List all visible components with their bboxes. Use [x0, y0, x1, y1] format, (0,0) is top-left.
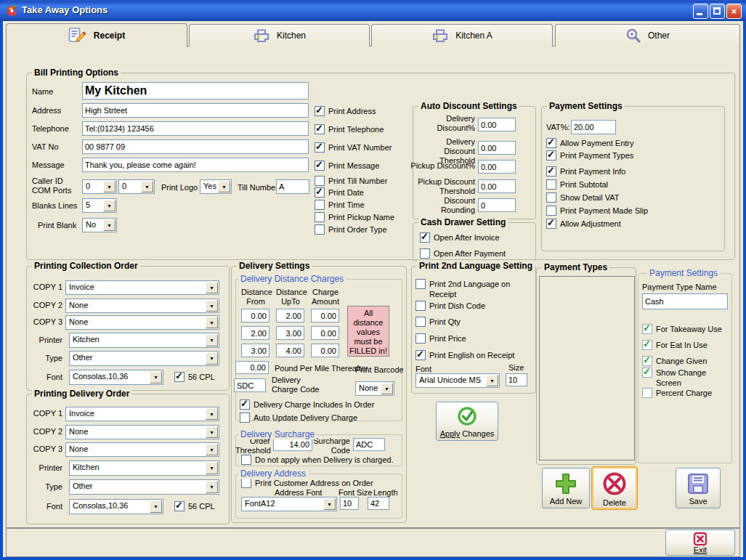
tab-kitchen-a[interactable]: Kitchen A [371, 24, 553, 46]
collection-type-select[interactable]: Other▼ [69, 351, 219, 366]
till-number-input[interactable] [276, 179, 309, 194]
delivery-charge-includes-checkbox[interactable]: Delivery Charge Includes In Order [240, 399, 374, 410]
print-address-checkbox[interactable]: Print Address [315, 106, 376, 116]
print-qty-checkbox[interactable]: Print Qty [415, 317, 461, 327]
print-till-number-checkbox[interactable]: Print Till Number [315, 176, 387, 186]
show-detail-vat-checkbox[interactable]: Show Detail VAT [546, 192, 620, 203]
change-given-checkbox[interactable]: Change Given [642, 356, 707, 366]
com-port-1-select[interactable]: 0▼ [82, 179, 117, 194]
tab-receipt[interactable]: Receipt [6, 23, 187, 47]
lang-size-input[interactable] [506, 373, 527, 386]
name-input[interactable] [82, 82, 309, 100]
print-logo-select[interactable]: Yes▼ [200, 179, 232, 194]
vat-percent-input[interactable] [571, 120, 616, 134]
print-order-type-checkbox[interactable]: Print Order Type [315, 224, 387, 235]
print-dish-code-checkbox[interactable]: Print Dish Code [415, 301, 485, 311]
collection-copy2-select[interactable]: None▼ [65, 299, 219, 313]
print-price-checkbox[interactable]: Print Price [415, 333, 466, 344]
print-blank-select[interactable]: No▼ [82, 218, 117, 232]
delorder-56cpl-checkbox[interactable]: 56 CPL [174, 501, 215, 511]
charge-amount-1-input[interactable] [311, 309, 339, 322]
collection-font-select[interactable]: Consolas,10,36▼ [69, 370, 163, 385]
allow-payment-entry-checkbox[interactable]: Allow Payment Entry [546, 138, 633, 148]
delorder-copy2-select[interactable]: None▼ [65, 425, 219, 439]
print-payment-made-slip-checkbox[interactable]: Print Payment Made Slip [546, 206, 648, 216]
dropdown-arrow-icon: ▼ [103, 181, 115, 192]
pickup-discount-threshold-label: Pickup Discount Thershold [414, 177, 475, 196]
delivery-charge-code-input[interactable] [234, 378, 266, 392]
print-date-checkbox[interactable]: Print Date [315, 187, 364, 198]
auto-update-delivery-charge-checkbox[interactable]: Auto Update Delivery Charge [240, 413, 357, 423]
order-threshold-input[interactable] [273, 438, 312, 451]
charge-amount-2-input[interactable] [311, 326, 339, 340]
charge-amount-3-input[interactable] [311, 344, 339, 357]
tab-other[interactable]: Other [555, 24, 740, 46]
distance-upto-2-input[interactable] [276, 326, 304, 340]
collection-copy1-select[interactable]: Invoice▼ [65, 280, 219, 295]
minimize-button[interactable] [693, 4, 708, 19]
address-length-input[interactable] [368, 497, 389, 510]
delorder-printer-select[interactable]: Kitchen▼ [69, 460, 219, 476]
for-takeaway-use-checkbox[interactable]: For Takeaway Use [642, 324, 722, 334]
apply-changes-button[interactable]: Apply Changes [436, 402, 498, 441]
add-new-button[interactable]: Add New [542, 468, 590, 508]
delorder-copy3-select[interactable]: None▼ [65, 442, 219, 457]
distance-from-3-input[interactable] [241, 344, 269, 357]
message-input[interactable] [82, 158, 309, 172]
dropdown-arrow-icon: ▼ [150, 500, 162, 513]
payment-type-name-input[interactable] [642, 293, 728, 309]
print-english-checkbox[interactable]: Print English on Receipt [415, 350, 514, 360]
delorder-font-select[interactable]: Consolas,10,36▼ [69, 499, 163, 514]
vat-no-input[interactable] [82, 139, 309, 154]
delete-button[interactable]: Delete [591, 466, 638, 510]
address-font-select[interactable]: FontA12▼ [241, 497, 337, 511]
collection-copy3-select[interactable]: None▼ [65, 315, 219, 330]
close-button[interactable]: × [726, 4, 742, 19]
delorder-copy1-select[interactable]: Invoice▼ [65, 407, 219, 421]
blanks-lines-select[interactable]: 5▼ [82, 198, 117, 213]
discount-rounding-input[interactable] [478, 198, 516, 212]
percent-charge-checkbox[interactable]: Percent Charge [642, 388, 712, 398]
print-time-checkbox[interactable]: Print Time [315, 200, 365, 210]
collection-printer-select[interactable]: Kitchen▼ [69, 333, 219, 348]
title-bar: Take Away Options × [0, 0, 746, 21]
lang-font-select[interactable]: Arial Unicode MS▼ [415, 373, 500, 388]
print-2nd-language-checkbox[interactable]: Print 2nd Language on Receipt [415, 279, 524, 299]
distance-from-1-input[interactable] [241, 309, 269, 322]
save-button[interactable]: Save [676, 468, 721, 508]
pickup-discount-label: Pickup Discount% [407, 161, 475, 171]
pound-per-mile-input[interactable] [235, 361, 269, 374]
pickup-discount-threshold-input[interactable] [478, 179, 516, 193]
print-telephone-checkbox[interactable]: Print Telephone [315, 124, 384, 134]
delivery-discount-threshold-input[interactable] [478, 141, 516, 155]
surcharge-code-input[interactable] [353, 438, 385, 451]
delivery-discount-input[interactable] [478, 118, 516, 131]
print-message-checkbox[interactable]: Print Message [315, 161, 379, 171]
distance-upto-3-input[interactable] [276, 344, 304, 357]
exit-button[interactable]: Exit [665, 529, 735, 556]
maximize-button[interactable] [710, 4, 725, 19]
do-not-apply-checkbox[interactable]: Do not apply when Delivery is charged. [241, 455, 394, 465]
tab-kitchen[interactable]: Kitchen [189, 24, 370, 46]
print-payment-info-checkbox[interactable]: Print Payment Info [546, 166, 626, 176]
print-payment-types-checkbox[interactable]: Print Payment Types [546, 150, 633, 161]
delorder-type-select[interactable]: Other▼ [69, 479, 219, 495]
open-after-invoice-checkbox[interactable]: Open After Invoice [420, 232, 500, 243]
distance-upto-1-input[interactable] [276, 309, 304, 322]
address-input[interactable] [82, 103, 309, 118]
print-vat-number-checkbox[interactable]: Print VAT Number [315, 142, 392, 153]
com-port-2-select[interactable]: 0▼ [118, 179, 155, 194]
show-change-screen-checkbox[interactable]: Show Change Screen [642, 368, 722, 388]
print-subtotal-checkbox[interactable]: Print Subtotal [546, 179, 608, 190]
for-eat-in-use-checkbox[interactable]: For Eat In Use [642, 340, 708, 350]
collection-56cpl-checkbox[interactable]: 56 CPL [174, 372, 215, 382]
print-barcode-select[interactable]: None▼ [355, 381, 394, 396]
print-pickup-name-checkbox[interactable]: Print Pickup Name [315, 212, 394, 222]
address-font-size-input[interactable] [340, 497, 359, 510]
pickup-discount-input[interactable] [478, 160, 516, 174]
allow-adjustment-checkbox[interactable]: Allow Adjustment [546, 219, 621, 229]
open-after-payment-checkbox[interactable]: Open After Payment [420, 248, 506, 259]
print-customer-address-checkbox[interactable]: Print Customer Address on Order [241, 478, 373, 488]
telephone-input[interactable] [82, 121, 309, 136]
distance-from-2-input[interactable] [241, 326, 269, 340]
